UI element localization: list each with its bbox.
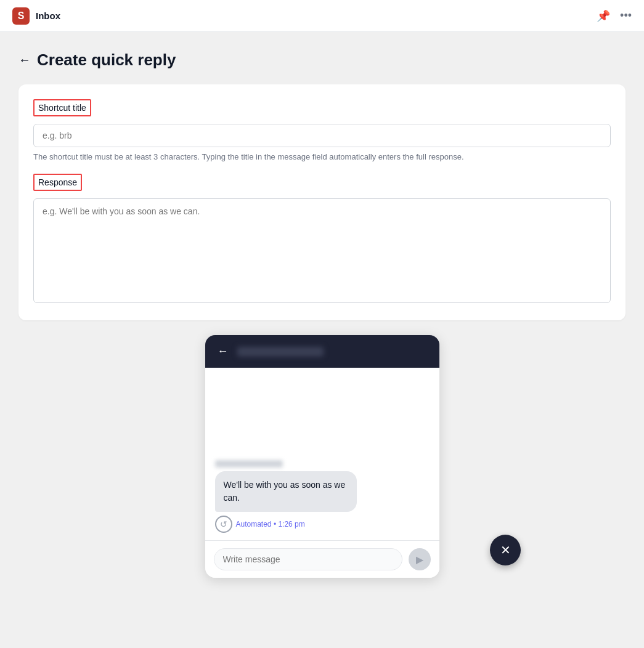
pin-icon[interactable]: 📌 [597,9,610,23]
message-sender-blurred [215,460,283,468]
response-field: Response [33,174,611,306]
phone-preview: ← We'll be with you as soon as we can. ↺… [205,335,439,578]
message-meta: ↺ Automated • 1:26 pm [215,516,305,533]
phone-preview-header: ← [205,335,439,368]
form-card: Shortcut title The shortcut title must b… [18,84,626,320]
back-navigation: ← Create quick reply [18,51,626,70]
header-left: S Inbox [12,7,60,25]
write-message-input[interactable] [214,548,402,570]
close-button[interactable]: ✕ [490,535,521,565]
message-text: We'll be with you as soon as we can. [224,479,348,504]
close-icon: ✕ [500,543,511,557]
send-icon: ▶ [416,554,423,565]
message-wrapper: We'll be with you as soon as we can. ↺ A… [215,460,430,533]
header-title: Inbox [36,10,60,21]
header-right: 📌 ••• [597,9,632,23]
page-title: Create quick reply [37,51,176,70]
back-arrow-icon[interactable]: ← [18,53,31,67]
shortcut-hint: The shortcut title must be at least 3 ch… [33,152,611,161]
automated-icon: ↺ [215,516,232,533]
more-options-icon[interactable]: ••• [620,9,632,22]
phone-preview-wrapper: ← We'll be with you as soon as we can. ↺… [18,335,626,578]
phone-body: We'll be with you as soon as we can. ↺ A… [205,368,439,540]
shortcut-title-label: Shortcut title [33,99,91,116]
message-time: Automated • 1:26 pm [236,520,305,529]
message-bubble: We'll be with you as soon as we can. [215,471,357,512]
phone-back-icon: ← [218,345,229,358]
response-label: Response [33,174,82,191]
app-header: S Inbox 📌 ••• [0,0,644,32]
phone-input-bar: ▶ [205,540,439,578]
app-logo: S [12,7,30,25]
shortcut-title-field: Shortcut title The shortcut title must b… [33,99,611,161]
response-textarea[interactable] [33,198,611,303]
send-button[interactable]: ▶ [409,548,431,570]
phone-contact-name-blurred [237,347,324,357]
shortcut-title-input[interactable] [33,124,611,147]
page-content: ← Create quick reply Shortcut title The … [0,32,644,648]
